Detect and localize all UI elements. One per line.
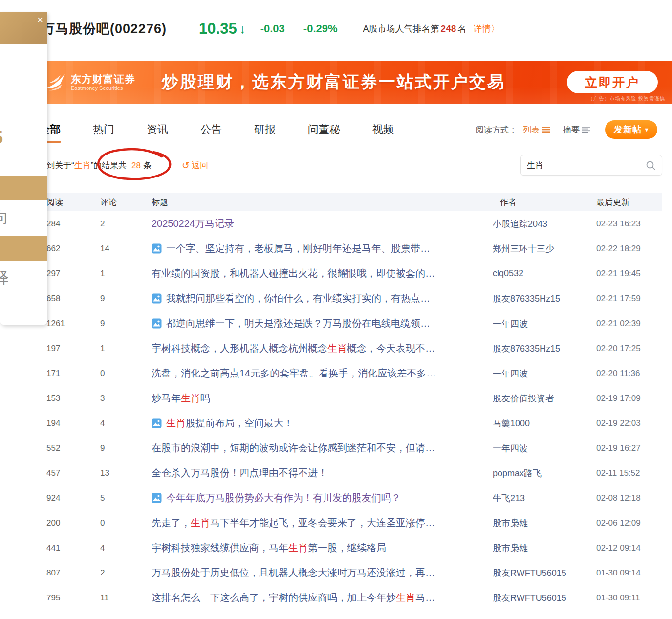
author-link[interactable]: 一年四波 <box>493 442 596 454</box>
title-cell: 在股市的浪潮中，短期的波动或许会让你感到迷茫和不安，但请… <box>152 442 493 455</box>
image-icon <box>152 318 162 329</box>
banner-slogan: 炒股理财，选东方财富证券一站式开户交易 <box>162 71 505 93</box>
title-cell: 炒马年生肖吗 <box>152 392 493 405</box>
tab-hot[interactable]: 热门 <box>92 115 115 144</box>
last-update: 01-30 09:11 <box>596 593 662 603</box>
post-title-link[interactable]: 先走了，生肖马下半年才能起飞，亚冬会要来了，大连圣亚涨停… <box>152 516 435 530</box>
author-link[interactable]: 股友876335Hz15 <box>493 343 596 354</box>
title-cell: 20250224万马记录 <box>152 217 493 230</box>
post-title-link[interactable]: 一个字、坚定持有，老板属马，刚好明年还是马年、股票带… <box>166 242 430 255</box>
author-link[interactable]: 一年四波 <box>493 368 596 379</box>
author-link[interactable]: 郑州三环十三少 <box>493 243 596 255</box>
header-divider <box>22 44 672 44</box>
last-update: 02-11 15:52 <box>596 468 662 478</box>
post-title-link[interactable]: 宇树科技独家线缆供应商，马年生肖第一股，继续格局 <box>152 541 386 554</box>
left-widget-fragment: 向 <box>0 207 47 228</box>
search-result-text: 找到关于“生肖”的结果共 28条 <box>38 160 152 171</box>
title-cell: 宇树科技独家线缆供应商，马年生肖第一股，继续格局 <box>152 541 493 554</box>
search-icon[interactable] <box>646 160 656 171</box>
read-count: 171 <box>33 369 100 378</box>
last-update: 02-08 12:18 <box>596 493 662 503</box>
post-title-link[interactable]: 全仓杀入万马股份！四点理由不得不进！ <box>152 466 327 480</box>
table-row: 1261 9 都逆向思维一下，明天是涨还是跌？万马股份在电线电缆领… 一年四波 … <box>33 311 662 336</box>
author-link[interactable]: 一年四波 <box>493 318 596 330</box>
comment-count: 4 <box>100 543 152 553</box>
author-link[interactable]: popmax路飞 <box>493 467 596 479</box>
author-link[interactable]: 股友RWFTU56015 <box>493 592 596 604</box>
post-title-link[interactable]: 万马股份处于历史低位，且机器人概念大涨时万马还没涨过，再… <box>152 566 435 579</box>
table-row: 200 0 先走了，生肖马下半年才能起飞，亚冬会要来了，大连圣亚涨停… 股市枭雄… <box>33 510 662 535</box>
post-title-link[interactable]: 今年年底万马股份势必大有作为！有川发的股友们吗？ <box>166 491 401 505</box>
rank-detail-link[interactable]: 详情〉 <box>473 23 499 35</box>
comment-count: 2 <box>100 219 152 229</box>
post-title-link[interactable]: 我就想问那些看空的，你怕什么，有业绩实打实的，有热点… <box>166 292 430 305</box>
price-down-arrow-icon: ↓ <box>239 22 246 37</box>
read-count: 552 <box>33 443 100 453</box>
tab-announcements[interactable]: 公告 <box>199 115 223 144</box>
tab-research[interactable]: 研报 <box>253 115 277 144</box>
comment-count: 1 <box>100 344 152 354</box>
table-row: 924 5 今年年底万马股份势必大有作为！有川发的股友们吗？ 牛飞213 02-… <box>33 486 662 510</box>
mode-digest-button[interactable]: 摘要 <box>563 124 590 135</box>
brand-name-cn: 东方财富证券 <box>71 73 135 85</box>
table-row: 297 1 有业绩的国资股，和机器人碰撞出火花，很耀眼哦，即使被套的… clq0… <box>33 261 662 286</box>
result-count: 28 <box>131 161 141 170</box>
image-icon <box>152 418 162 428</box>
table-row: 457 13 全仓杀入万马股份！四点理由不得不进！ popmax路飞 02-11… <box>33 461 662 486</box>
post-title-link[interactable]: 炒马年生肖吗 <box>152 392 210 405</box>
post-title-link[interactable]: 宇树科技概念，人形机器人概念杭州概念生肖概念，今天表现不… <box>152 342 435 355</box>
col-header-last-update: 最后更新 <box>596 197 662 208</box>
post-table: 阅读 评论 标题 作者 最后更新 284 2 20250224万马记录 小股追踪… <box>33 193 662 610</box>
col-header-author: 作者 <box>493 197 596 208</box>
stock-header: 万马股份吧(002276) 10.35 ↓ -0.03 -0.29% A股市场人… <box>22 14 672 44</box>
table-row: 795 11 这排名怎么一下这么高了，宇树的供应商吗，加上今年炒生肖马… 股友R… <box>33 585 662 610</box>
author-link[interactable]: 股市枭雄 <box>493 517 596 529</box>
table-row: 153 3 炒马年生肖吗 股友价值投资者 02-19 17:09 <box>33 386 662 411</box>
author-link[interactable]: 股市枭雄 <box>493 542 596 554</box>
title-cell: 全仓杀入万马股份！四点理由不得不进！ <box>152 466 493 480</box>
post-title-link[interactable]: 洗盘，消化之前高点14元多的套牢盘。看换手，消化应该差不多… <box>152 367 436 380</box>
post-title-link[interactable]: 都逆向思维一下，明天是涨还是跌？万马股份在电线电缆领… <box>166 317 430 330</box>
post-title-link[interactable]: 20250224万马记录 <box>152 217 234 230</box>
post-title-link[interactable]: 有业绩的国资股，和机器人碰撞出火花，很耀眼哦，即使被套的… <box>152 267 435 280</box>
mode-list-button[interactable]: 列表 <box>523 124 550 135</box>
last-update: 02-20 11:36 <box>596 369 662 378</box>
read-count: 807 <box>33 568 100 578</box>
read-count: 795 <box>33 593 100 603</box>
author-link[interactable]: 股友876335Hz15 <box>493 293 596 305</box>
new-post-button[interactable]: 发新帖▾ <box>605 120 657 139</box>
author-link[interactable]: 股友RWFTU56015 <box>493 567 596 579</box>
author-link[interactable]: 马羹1000 <box>493 418 596 429</box>
open-account-button[interactable]: 立即开户 <box>567 71 658 93</box>
comment-count: 4 <box>100 419 152 428</box>
popularity-rank: A股市场人气排名第248名 <box>363 23 467 35</box>
read-count: 197 <box>33 344 100 354</box>
return-link[interactable]: ↺ 返回 <box>182 160 208 171</box>
tab-news[interactable]: 资讯 <box>146 115 169 144</box>
brand-name-en: Eastmoney Securities <box>71 85 135 91</box>
last-update: 02-21 02:39 <box>596 319 662 329</box>
last-update: 02-19 16:27 <box>596 443 662 453</box>
author-link[interactable]: 股友价值投资者 <box>493 393 596 404</box>
left-widget-header: × <box>0 12 47 44</box>
author-link[interactable]: clq0532 <box>493 268 596 279</box>
col-header-title: 标题 <box>152 197 493 208</box>
ad-banner[interactable]: 东方财富证券 Eastmoney Securities 炒股理财，选东方财富证券… <box>22 61 672 104</box>
comment-count: 14 <box>100 244 152 254</box>
post-title-link[interactable]: 在股市的浪潮中，短期的波动或许会让你感到迷茫和不安，但请… <box>152 442 435 455</box>
tab-ask-secretary[interactable]: 问董秘 <box>307 115 341 144</box>
post-title-link[interactable]: 生肖股提前布局，空间最大！ <box>166 417 293 430</box>
tab-video[interactable]: 视频 <box>371 115 395 144</box>
post-title-link[interactable]: 这排名怎么一下这么高了，宇树的供应商吗，加上今年炒生肖马… <box>152 591 435 604</box>
author-link[interactable]: 牛飞213 <box>493 492 596 504</box>
close-icon[interactable]: × <box>37 15 43 24</box>
title-cell: 今年年底万马股份势必大有作为！有川发的股友们吗？ <box>152 491 493 505</box>
author-link[interactable]: 小股追踪2043 <box>493 218 596 230</box>
table-row: 171 0 洗盘，消化之前高点14元多的套牢盘。看换手，消化应该差不多… 一年四… <box>33 361 662 386</box>
read-mode-label: 阅读方式： <box>476 124 517 135</box>
left-widget-fragment: 释 <box>0 267 47 289</box>
eastmoney-swoosh-icon <box>44 71 67 93</box>
title-cell: 宇树科技概念，人形机器人概念杭州概念生肖概念，今天表现不… <box>152 342 493 355</box>
search-input[interactable] <box>527 160 646 170</box>
search-result-row: 找到关于“生肖”的结果共 28条 ↺ 返回 <box>22 154 672 177</box>
